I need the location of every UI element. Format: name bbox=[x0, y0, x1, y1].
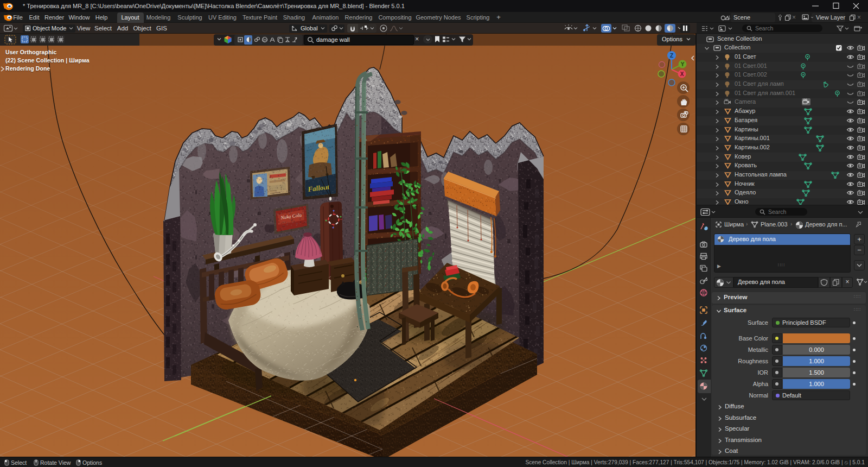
svg-text:X: X bbox=[680, 71, 684, 77]
svg-text:Z: Z bbox=[670, 53, 673, 59]
svg-text:Y: Y bbox=[681, 61, 685, 67]
